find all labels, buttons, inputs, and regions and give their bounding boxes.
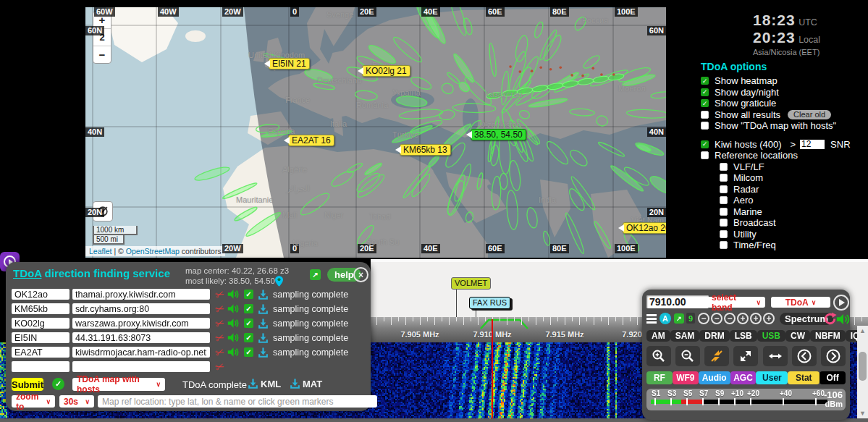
panel-button-stat[interactable]: Stat	[788, 371, 819, 384]
mode-button-drm[interactable]: DRM	[699, 330, 729, 342]
host-marker[interactable]: KM65kb 13	[400, 144, 451, 156]
host-ok-checkbox[interactable]: ✓	[244, 304, 253, 313]
submit-button[interactable]: Submit	[12, 378, 43, 391]
listen-icon[interactable]	[227, 303, 240, 314]
external-link-icon[interactable]: ↗	[310, 269, 321, 280]
mode-button-am[interactable]: AM	[646, 330, 670, 342]
remove-host-icon[interactable]: ✂	[212, 358, 227, 374]
sample-duration-select[interactable]: 30s∨	[59, 395, 94, 408]
reference-child-checkbox[interactable]	[720, 196, 728, 204]
zoom-out-button[interactable]: −	[93, 46, 111, 63]
close-button[interactable]: ×	[353, 267, 368, 282]
host-ok-checkbox[interactable]: ✓	[244, 333, 253, 342]
mat-download[interactable]: MAT	[290, 378, 322, 389]
reference-locations-checkbox[interactable]	[701, 151, 709, 159]
scroll-up-arrow[interactable]: ▲	[857, 327, 868, 334]
mode-button-usb[interactable]: USB	[757, 330, 785, 342]
extension-start-button[interactable]	[833, 295, 849, 311]
clear-old-button[interactable]: Clear old	[788, 110, 831, 119]
reference-child-checkbox[interactable]	[720, 219, 728, 227]
host-download-icon[interactable]	[258, 303, 269, 315]
kiwi-hosts-checkbox[interactable]: ✓	[701, 140, 709, 148]
option-checkbox[interactable]: ✓	[701, 99, 709, 107]
reference-child-checkbox[interactable]	[720, 185, 728, 193]
tdoa-link[interactable]: TDoA	[13, 267, 41, 279]
host-grid-input[interactable]	[12, 361, 69, 372]
menu-icon[interactable]	[646, 314, 657, 324]
zoom-to-select[interactable]: zoom to∨	[12, 395, 55, 408]
tdoa-map[interactable]: + 2 − 1000 km 500 mi Leaflet | © OpenStr…	[85, 7, 666, 258]
zoom-in-2-button[interactable]: +	[750, 313, 762, 324]
mode-button-sam[interactable]: SAM	[670, 330, 700, 342]
host-download-icon[interactable]	[258, 332, 269, 344]
host-address-input[interactable]	[72, 318, 210, 329]
mode-button-cw[interactable]: CW	[785, 330, 810, 342]
host-address-input[interactable]	[72, 347, 210, 358]
result-format-select[interactable]: TDoA map with hosts∨	[72, 378, 165, 391]
map-ref-location-input[interactable]	[98, 395, 377, 408]
mode-button-nbfm[interactable]: NBFM	[810, 330, 846, 342]
leaflet-link[interactable]: Leaflet	[89, 247, 112, 256]
zoom-out-2-button[interactable]: −	[711, 313, 722, 324]
host-grid-input[interactable]	[12, 332, 69, 343]
host-ok-checkbox[interactable]: ✓	[244, 290, 253, 299]
host-marker[interactable]: EI5IN 21	[269, 58, 310, 69]
zoom-full-out-button[interactable]	[733, 346, 758, 366]
osm-link[interactable]: OpenStreetMap	[126, 247, 180, 256]
host-grid-input[interactable]	[12, 318, 69, 329]
listen-icon[interactable]	[227, 347, 240, 358]
map-zoom-control[interactable]: + 2 −	[93, 11, 111, 64]
tune-step-down-button[interactable]	[792, 346, 817, 366]
mode-button-lsb[interactable]: LSB	[730, 330, 757, 342]
most-likely-marker[interactable]: 38.50, 54.50	[471, 129, 526, 140]
remove-host-icon[interactable]: ✂	[212, 286, 227, 302]
wf-zoom-out-button[interactable]	[675, 346, 700, 366]
panel-button-rf[interactable]: RF	[646, 371, 673, 384]
host-grid-input[interactable]	[12, 289, 69, 300]
host-marker[interactable]: OK12ao 20	[623, 222, 666, 234]
host-address-input[interactable]	[72, 303, 210, 314]
passband-width-button[interactable]	[763, 346, 788, 366]
reference-child-checkbox[interactable]	[720, 174, 728, 182]
host-download-icon[interactable]	[258, 289, 269, 300]
host-ok-checkbox[interactable]: ✓	[244, 318, 253, 328]
host-grid-input[interactable]	[12, 303, 69, 314]
host-address-input[interactable]	[72, 361, 210, 372]
aperture-auto-button[interactable]: A	[660, 313, 671, 324]
wf-zoom-in-button[interactable]	[646, 346, 671, 366]
band-label-volmet[interactable]: VOLMET	[451, 277, 491, 290]
listen-icon[interactable]	[227, 332, 240, 343]
remove-host-icon[interactable]: ✂	[212, 315, 227, 331]
host-address-input[interactable]	[72, 332, 210, 343]
scrollbar-thumb[interactable]	[859, 352, 867, 381]
panel-button-agc[interactable]: AGC	[730, 371, 757, 384]
band-label-fax-rus[interactable]: FAX RUS	[469, 297, 510, 309]
reference-child-checkbox[interactable]	[720, 208, 728, 216]
extension-select[interactable]: TDoA∨	[771, 297, 830, 308]
frequency-input[interactable]	[646, 295, 709, 308]
snr-threshold-input[interactable]	[800, 140, 825, 149]
option-checkbox[interactable]: ✓	[701, 77, 709, 85]
zoom-in-1-button[interactable]: +	[737, 313, 749, 324]
location-pin-icon[interactable]	[275, 276, 283, 287]
scroll-down-arrow[interactable]: ▼	[857, 410, 868, 417]
remove-host-icon[interactable]: ✂	[212, 329, 227, 345]
option-checkbox[interactable]: ✓	[701, 88, 709, 96]
reference-child-checkbox[interactable]	[720, 230, 728, 238]
band-select[interactable]: select band∨	[707, 297, 765, 308]
refresh-icon[interactable]	[823, 312, 837, 326]
vertical-scrollbar[interactable]: ▲ ▼	[857, 326, 868, 418]
panel-button-off[interactable]: Off	[819, 371, 846, 384]
zoom-out-3-button[interactable]: −	[724, 313, 736, 324]
host-marker[interactable]: EA2AT 16	[288, 135, 334, 146]
reference-child-checkbox[interactable]	[720, 163, 728, 171]
speaker-icon[interactable]	[836, 313, 851, 326]
zoom-in-3-button[interactable]: +	[763, 313, 775, 324]
host-marker[interactable]: KO02lg 21	[362, 65, 410, 77]
host-ok-checkbox[interactable]: ✓	[244, 347, 253, 357]
kml-download[interactable]: KML	[248, 378, 281, 389]
zoom-to-band-button[interactable]	[704, 346, 729, 366]
reference-child-checkbox[interactable]	[720, 241, 728, 249]
listen-icon[interactable]	[227, 318, 240, 329]
panel-button-audio[interactable]: Audio	[699, 371, 730, 384]
